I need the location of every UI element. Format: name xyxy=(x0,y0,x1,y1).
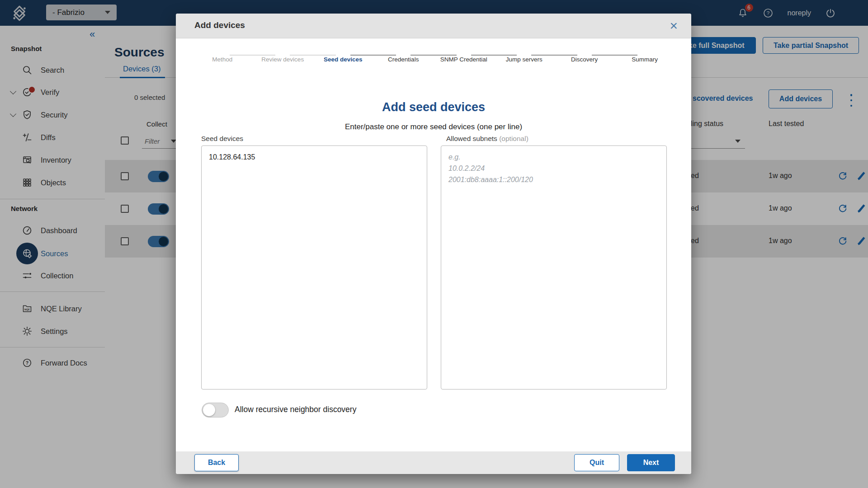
back-button[interactable]: Back xyxy=(194,454,239,471)
step-label: Discovery xyxy=(554,56,615,63)
allowed-subnets-textarea[interactable] xyxy=(441,145,667,389)
seed-devices-textarea[interactable]: 10.128.64.135 xyxy=(201,145,427,389)
seed-devices-label: Seed devices xyxy=(201,135,243,143)
quit-button[interactable]: Quit xyxy=(574,454,619,471)
step-label: Summary xyxy=(615,56,675,63)
modal-subtitle: Enter/paste one or more seed devices (on… xyxy=(176,122,691,131)
step-jump-servers[interactable]: Jump servers xyxy=(494,52,555,63)
allowed-subnets-label: Allowed subnets (optional) xyxy=(446,135,528,143)
step-summary[interactable]: Summary xyxy=(615,52,675,63)
recursive-discovery-label: Allow recursive neighbor discovery xyxy=(235,405,356,414)
step-credentials[interactable]: Credentials xyxy=(373,52,434,63)
step-label: Review devices xyxy=(253,56,313,63)
next-button[interactable]: Next xyxy=(627,454,675,471)
step-label: Seed devices xyxy=(313,56,373,63)
recursive-discovery-toggle[interactable] xyxy=(202,403,229,418)
screen: - Fabrizio 6 ? noreply xyxy=(0,0,868,488)
step-discovery[interactable]: Discovery xyxy=(554,52,615,63)
toggle-knob xyxy=(203,404,215,416)
step-label: Jump servers xyxy=(494,56,555,63)
step-label: Credentials xyxy=(373,56,434,63)
optional-note: (optional) xyxy=(499,135,528,142)
modal-title: Add devices xyxy=(194,20,245,30)
close-icon[interactable]: × xyxy=(670,16,678,35)
step-label: SNMP Credential xyxy=(434,56,494,63)
modal-heading: Add seed devices xyxy=(176,100,691,114)
wizard-stepper: Method Review devices Seed devices Crede… xyxy=(192,52,675,63)
step-label: Method xyxy=(192,56,253,63)
step-seed-devices[interactable]: Seed devices xyxy=(313,52,373,63)
step-snmp-credential[interactable]: SNMP Credential xyxy=(434,52,494,63)
step-method[interactable]: Method xyxy=(192,52,253,63)
modal-header: Add devices × xyxy=(176,14,691,38)
add-devices-modal: Add devices × Method Review devices Seed… xyxy=(176,14,691,474)
modal-footer: Back Quit Next xyxy=(176,451,691,474)
step-review-devices[interactable]: Review devices xyxy=(253,52,313,63)
